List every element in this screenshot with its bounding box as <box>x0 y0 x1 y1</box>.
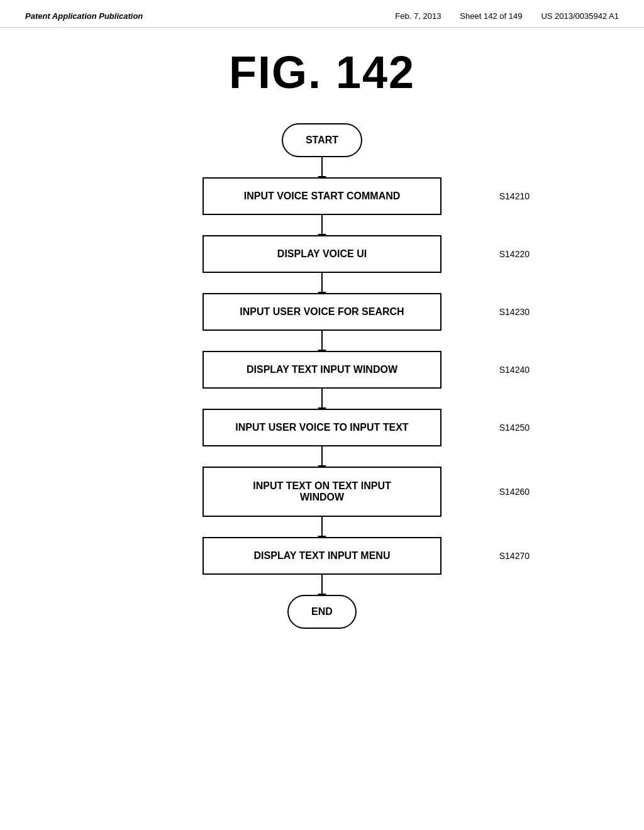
s14210-wrapper: INPUT VOICE START COMMAND S14210 <box>171 177 473 215</box>
s14230-wrapper: INPUT USER VOICE FOR SEARCH S14230 <box>171 293 473 331</box>
s14230-label: S14230 <box>499 307 530 317</box>
s14220-label: S14220 <box>499 249 530 259</box>
header-date: Feb. 7, 2013 <box>395 11 441 21</box>
s14210-label: S14210 <box>499 191 530 201</box>
s14220-wrapper: DISPLAY VOICE UI S14220 <box>171 235 473 273</box>
arrow-8 <box>321 575 323 595</box>
arrow-7 <box>321 517 323 537</box>
arrow-6 <box>321 446 323 467</box>
s14270-wrapper: DISPLAY TEXT INPUT MENU S14270 <box>171 537 473 575</box>
s14230-row: INPUT USER VOICE FOR SEARCH S14230 <box>0 293 644 331</box>
s14220-node: DISPLAY VOICE UI <box>203 235 441 273</box>
s14270-row: DISPLAY TEXT INPUT MENU S14270 <box>0 537 644 575</box>
s14260-row: INPUT TEXT ON TEXT INPUT WINDOW S14260 <box>0 467 644 517</box>
s14240-label: S14240 <box>499 365 530 375</box>
figure-title: FIG. 142 <box>0 47 644 98</box>
arrow-4 <box>321 331 323 351</box>
start-row: START <box>0 123 644 157</box>
header-sheet: Sheet 142 of 149 <box>460 11 522 21</box>
s14210-node: INPUT VOICE START COMMAND <box>203 177 441 215</box>
s14270-label: S14270 <box>499 551 530 561</box>
s14240-node: DISPLAY TEXT INPUT WINDOW <box>203 351 441 389</box>
s14210-row: INPUT VOICE START COMMAND S14210 <box>0 177 644 215</box>
arrow-2 <box>321 215 323 235</box>
arrow-5 <box>321 389 323 409</box>
s14240-row: DISPLAY TEXT INPUT WINDOW S14240 <box>0 351 644 389</box>
s14240-wrapper: DISPLAY TEXT INPUT WINDOW S14240 <box>171 351 473 389</box>
start-node: START <box>282 123 362 157</box>
end-row: END <box>0 595 644 629</box>
s14260-node: INPUT TEXT ON TEXT INPUT WINDOW <box>203 467 441 517</box>
header-right: Feb. 7, 2013 Sheet 142 of 149 US 2013/00… <box>395 11 619 21</box>
header-publication-label: Patent Application Publication <box>25 11 143 21</box>
s14250-wrapper: INPUT USER VOICE TO INPUT TEXT S14250 <box>171 409 473 446</box>
arrow-3 <box>321 273 323 293</box>
s14260-label: S14260 <box>499 487 530 497</box>
s14250-row: INPUT USER VOICE TO INPUT TEXT S14250 <box>0 409 644 446</box>
flowchart: START INPUT VOICE START COMMAND S14210 D… <box>0 123 644 654</box>
start-node-wrapper: START <box>171 123 473 157</box>
s14250-label: S14250 <box>499 423 530 433</box>
header-patent-number: US 2013/0035942 A1 <box>541 11 619 21</box>
arrow-1 <box>321 157 323 177</box>
s14260-wrapper: INPUT TEXT ON TEXT INPUT WINDOW S14260 <box>171 467 473 517</box>
end-node-wrapper: END <box>171 595 473 629</box>
s14230-node: INPUT USER VOICE FOR SEARCH <box>203 293 441 331</box>
end-node: END <box>287 595 357 629</box>
s14250-node: INPUT USER VOICE TO INPUT TEXT <box>203 409 441 446</box>
s14220-row: DISPLAY VOICE UI S14220 <box>0 235 644 273</box>
s14270-node: DISPLAY TEXT INPUT MENU <box>203 537 441 575</box>
page-header: Patent Application Publication Feb. 7, 2… <box>0 0 644 28</box>
